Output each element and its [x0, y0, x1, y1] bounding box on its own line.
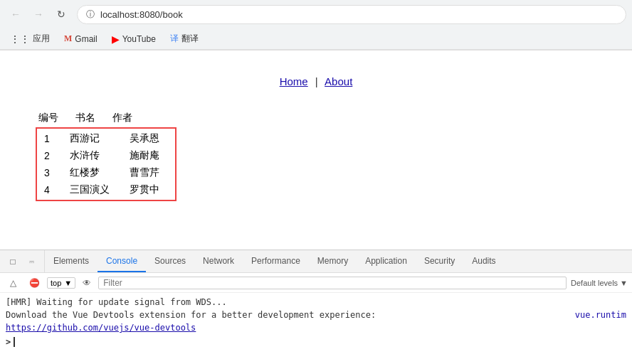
console-output: [HMR] Waiting for update signal from WDS…: [0, 293, 632, 350]
table-header-row: 编号 书名 作者: [36, 109, 147, 127]
title-bar: ← → ↻ ⓘ localhost:8080/book: [0, 0, 632, 28]
translate-label: 翻译: [181, 33, 199, 45]
console-line-3: https://github.com/vuejs/vue-devtools: [6, 321, 626, 334]
table-cell-0: 4: [38, 181, 64, 198]
book-table-body: 1西游记吴承恩2水浒传施耐庵3红楼梦曹雪芹4三国演义罗贯中: [38, 130, 174, 198]
table-cell-0: 3: [38, 164, 64, 181]
forward-button[interactable]: →: [28, 4, 48, 24]
device-button[interactable]: ⎓: [23, 253, 40, 270]
nav-links: Home | About: [14, 65, 618, 102]
col-header-title: 书名: [73, 109, 110, 127]
table-row: 1西游记吴承恩: [38, 130, 174, 147]
table-area: 编号 书名 作者 1西游记吴承恩2水浒传施耐庵3红楼梦曹雪芹4三国演义罗贯中: [14, 102, 618, 210]
devtools-tab-security[interactable]: Security: [416, 250, 463, 272]
context-select[interactable]: top ▼: [47, 277, 75, 289]
bookmark-apps[interactable]: ⋮⋮ 应用: [6, 31, 54, 46]
devtools-panel: □ ⎓ ElementsConsoleSourcesNetworkPerform…: [0, 250, 632, 350]
youtube-label: YouTube: [122, 34, 156, 44]
nav-buttons: ← → ↻: [6, 4, 71, 24]
col-header-author: 作者: [110, 109, 147, 127]
prompt-cursor[interactable]: [14, 337, 20, 347]
context-value: top: [51, 279, 61, 287]
table-cell-1: 西游记: [64, 130, 124, 147]
table-row: 2水浒传施耐庵: [38, 147, 174, 164]
table-cell-2: 罗贯中: [124, 181, 174, 198]
page-content: Home | About 编号 书名 作者 1西游记吴承恩2水浒传施耐庵3红楼梦…: [0, 50, 632, 250]
bookmark-translate[interactable]: 译 翻译: [166, 31, 203, 46]
devtools-tab-audits[interactable]: Audits: [463, 250, 504, 272]
back-button[interactable]: ←: [6, 4, 26, 24]
table-cell-1: 水浒传: [64, 147, 124, 164]
table-cell-1: 三国演义: [64, 181, 124, 198]
translate-icon: 译: [170, 33, 179, 45]
context-dropdown-icon: ▼: [64, 279, 72, 287]
bookmarks-bar: ⋮⋮ 应用 M Gmail ▶ YouTube 译 翻译: [0, 28, 632, 50]
gmail-label: Gmail: [75, 34, 97, 44]
console-line-1: [HMR] Waiting for update signal from WDS…: [6, 296, 626, 309]
table-cell-2: 施耐庵: [124, 147, 174, 164]
devtools-tab-application[interactable]: Application: [357, 250, 416, 272]
table-cell-0: 1: [38, 130, 64, 147]
devtools-tab-sources[interactable]: Sources: [146, 250, 194, 272]
devtools-tabs: ElementsConsoleSourcesNetworkPerformance…: [45, 250, 632, 272]
browser-chrome: ← → ↻ ⓘ localhost:8080/book ⋮⋮ 应用 M Gmai…: [0, 0, 632, 50]
console-prompt: >: [6, 337, 626, 347]
devtools-tab-memory[interactable]: Memory: [309, 250, 357, 272]
book-table: 编号 书名 作者: [36, 109, 147, 127]
clear-console-button[interactable]: △: [4, 274, 21, 291]
filter-input[interactable]: [98, 277, 567, 289]
about-link[interactable]: About: [325, 75, 352, 87]
console-source[interactable]: vue.runtim: [575, 309, 626, 321]
devtools-tab-console[interactable]: Console: [98, 250, 146, 272]
home-link[interactable]: Home: [280, 75, 308, 87]
lock-icon: ⓘ: [86, 9, 95, 21]
bookmark-youtube[interactable]: ▶ YouTube: [107, 32, 160, 46]
address-bar[interactable]: ⓘ localhost:8080/book: [77, 5, 626, 24]
console-line-2: Download the Vue Devtools extension for …: [6, 309, 626, 321]
book-table-wrapper: 1西游记吴承恩2水浒传施耐庵3红楼梦曹雪芹4三国演义罗贯中: [36, 127, 177, 201]
default-levels-arrow: ▼: [620, 279, 628, 287]
devtools-message: Download the Vue Devtools extension for …: [6, 310, 376, 320]
default-levels-label: Default levels: [571, 279, 618, 287]
url-display: localhost:8080/book: [100, 9, 183, 20]
apps-icon: ⋮⋮: [10, 33, 30, 45]
table-cell-2: 曹雪芹: [124, 164, 174, 181]
devtools-tab-performance[interactable]: Performance: [243, 250, 309, 272]
inspect-button[interactable]: □: [4, 253, 21, 270]
console-bar: △ ⛔ top ▼ 👁 Default levels ▼: [0, 273, 632, 293]
devtools-icons: □ ⎓: [0, 250, 45, 272]
eye-button[interactable]: 👁: [80, 276, 94, 290]
table-cell-2: 吴承恩: [124, 130, 174, 147]
block-button[interactable]: ⛔: [26, 274, 43, 291]
table-row: 3红楼梦曹雪芹: [38, 164, 174, 181]
prompt-caret: >: [6, 337, 11, 347]
gmail-icon: M: [64, 33, 72, 44]
github-link[interactable]: https://github.com/vuejs/vue-devtools: [6, 323, 196, 333]
hmr-message: [HMR] Waiting for update signal from WDS…: [6, 297, 227, 307]
devtools-tab-elements[interactable]: Elements: [45, 250, 98, 272]
table-cell-0: 2: [38, 147, 64, 164]
youtube-icon: ▶: [112, 33, 120, 45]
default-levels[interactable]: Default levels ▼: [571, 279, 628, 287]
nav-separator: |: [315, 75, 318, 87]
col-header-id: 编号: [36, 109, 73, 127]
refresh-button[interactable]: ↻: [51, 4, 71, 24]
apps-label: 应用: [33, 33, 50, 45]
devtools-toolbar: □ ⎓ ElementsConsoleSourcesNetworkPerform…: [0, 250, 632, 273]
table-cell-1: 红楼梦: [64, 164, 124, 181]
table-row: 4三国演义罗贯中: [38, 181, 174, 198]
devtools-tab-network[interactable]: Network: [194, 250, 243, 272]
bookmark-gmail[interactable]: M Gmail: [60, 32, 102, 46]
